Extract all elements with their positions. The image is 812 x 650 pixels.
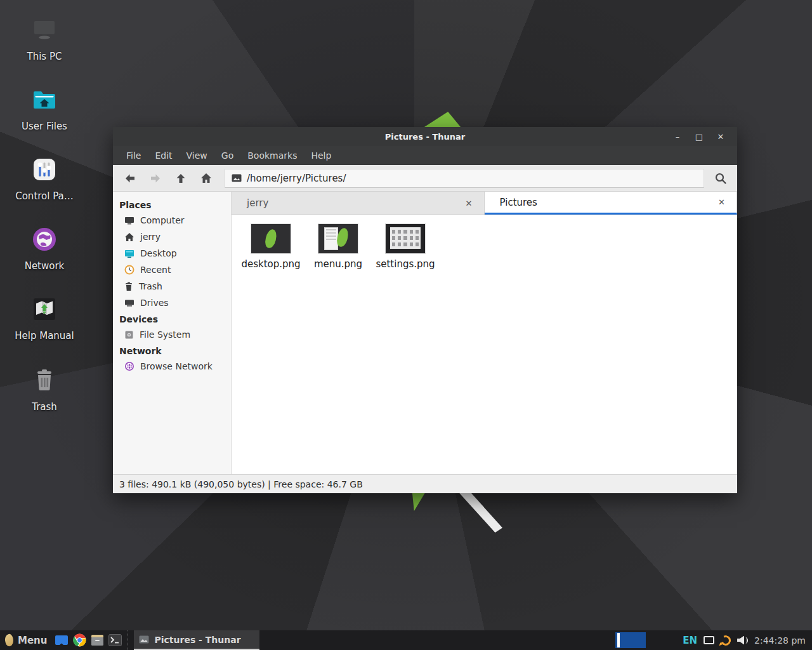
taskbar-separator [128,630,131,650]
workspace-switcher[interactable] [615,632,646,648]
desktop-icon-label: Network [0,260,89,272]
tab-bar: jerry ✕ Pictures ✕ [232,192,737,215]
update-notifier-icon[interactable] [719,633,733,647]
window-body: Places Computer jerry Desktop [113,192,737,474]
titlebar[interactable]: Pictures - Thunar – □ ✕ [113,127,737,146]
sidebar-header-network: Network [113,343,231,358]
sidebar-item-label: Recent [140,265,171,275]
desktop-window-icon [55,635,69,646]
window-title: Pictures - Thunar [113,132,737,142]
window-controls: – □ ✕ [669,127,730,146]
wallpaper-logo-blade [457,493,502,533]
sidebar-item-label: jerry [140,232,160,242]
sidebar-item-drives[interactable]: Drives [113,295,231,311]
chrome-icon [73,633,86,647]
file-name: settings.png [375,258,436,270]
file-desktop-png[interactable]: desktop.png [240,224,301,270]
sidebar-item-recent[interactable]: Recent [113,262,231,278]
sidebar-item-trash[interactable]: Trash [113,278,231,295]
desktop-icon-network[interactable]: Network [0,225,89,272]
taskbar: Menu Pict [0,630,812,650]
content-pane: jerry ✕ Pictures ✕ desktop.png [232,192,737,474]
chrome-launcher[interactable] [70,630,88,650]
taskbar-window-button[interactable]: Pictures - Thunar [134,630,259,650]
tab-close-icon[interactable]: ✕ [463,197,475,209]
home-folder-icon [30,85,59,114]
tab-jerry[interactable]: jerry ✕ [232,192,485,215]
desktop-icon-label: This PC [0,51,89,62]
tab-label: jerry [247,197,463,209]
image-icon [139,635,149,644]
sidebar-item-browse-network[interactable]: Browse Network [113,358,231,375]
maximize-button[interactable]: □ [690,127,708,146]
desktop-icon-help-manual[interactable]: Help Manual [0,295,89,342]
tab-close-icon[interactable]: ✕ [716,196,728,208]
keyboard-layout-indicator[interactable]: EN [683,635,697,646]
image-icon [232,174,242,182]
file-list[interactable]: desktop.png menu.png [232,215,737,474]
arrow-up-icon [176,173,186,184]
file-menu-png[interactable]: menu.png [308,224,369,270]
trash-icon [30,366,59,395]
close-button[interactable]: ✕ [712,127,730,146]
filesystem-icon [124,330,134,340]
home-icon [200,173,212,183]
minimize-button[interactable]: – [669,127,686,146]
path-bar[interactable]: /home/jerry/Pictures/ [225,169,704,188]
sidebar-item-label: File System [140,329,190,340]
sidebar-item-label: Drives [140,298,169,308]
globe-icon [124,361,134,371]
sidebar-item-label: Browse Network [140,361,213,371]
menu-view[interactable]: View [180,146,214,165]
menu-file[interactable]: File [119,146,148,165]
file-settings-png[interactable]: settings.png [375,224,436,270]
sidebar-item-label: Trash [139,281,162,291]
drive-icon [124,298,134,307]
desktop-icon-label: Help Manual [0,330,89,342]
file-name: menu.png [308,258,369,270]
forward-button[interactable] [143,168,167,189]
sidebar-item-label: Computer [140,215,185,225]
taskbar-window-label: Pictures - Thunar [154,635,240,645]
search-button[interactable] [709,168,732,189]
menubar: File Edit View Go Bookmarks Help [113,146,737,165]
applications-menu-button[interactable]: Menu [0,630,53,650]
file-manager-launcher[interactable] [88,630,106,650]
thumbnail-menu-panel [324,227,338,250]
file-cabinet-icon [91,634,104,646]
arrow-right-icon [150,173,161,183]
help-manual-icon [30,295,59,324]
back-button[interactable] [118,168,142,189]
desktop-icon-trash[interactable]: Trash [0,366,89,413]
terminal-icon [108,634,122,646]
menu-edit[interactable]: Edit [148,146,179,165]
tab-pictures[interactable]: Pictures ✕ [485,192,738,215]
clock[interactable]: 2:44:28 pm [754,635,806,646]
desktop-icon-this-pc[interactable]: This PC [0,15,89,62]
distro-logo-icon [4,633,15,647]
control-panel-icon [30,155,59,184]
sidebar-header-devices: Devices [113,311,231,326]
search-icon [714,172,727,185]
sidebar-item-jerry[interactable]: jerry [113,229,231,245]
show-desktop-button[interactable] [53,630,70,650]
display-settings-icon[interactable] [704,636,714,644]
home-button[interactable] [194,168,218,189]
desktop-icon-user-files[interactable]: User Files [0,85,89,132]
terminal-launcher[interactable] [106,630,124,650]
computer-icon [124,216,134,225]
wallpaper-logo-peak [421,110,461,127]
sidebar-item-file-system[interactable]: File System [113,326,231,343]
wallpaper-logo-sliver [411,493,426,511]
menu-bookmarks[interactable]: Bookmarks [240,146,304,165]
workspace-1[interactable] [617,633,620,647]
desktop-icon [124,249,134,258]
desktop-icon-control-panel[interactable]: Control Pa… [0,155,89,202]
volume-icon[interactable] [737,636,748,645]
menu-help[interactable]: Help [304,146,338,165]
sidebar-item-computer[interactable]: Computer [113,212,231,229]
sidebar-item-desktop[interactable]: Desktop [113,245,231,262]
menu-go[interactable]: Go [214,146,240,165]
up-button[interactable] [169,168,193,189]
arrow-left-icon [124,173,136,183]
